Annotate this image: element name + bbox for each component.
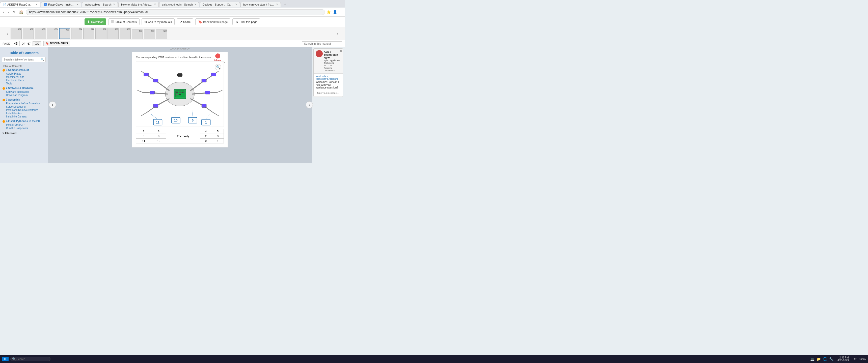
thumbnail-46[interactable]: 46 xyxy=(71,28,82,39)
toc-search-input[interactable] xyxy=(2,58,39,62)
home-button[interactable]: 🏠 xyxy=(18,9,24,14)
section-4-dot xyxy=(2,120,5,123)
toc-sub-arm[interactable]: Install the Arm xyxy=(0,112,48,115)
svg-rect-7 xyxy=(179,94,181,95)
tab-favicon-inst: 🔧 xyxy=(44,3,47,6)
cell-2: 2 xyxy=(200,134,212,139)
adeept-logo-icon xyxy=(215,54,220,59)
chat-input[interactable] xyxy=(316,91,343,95)
bookmark-button[interactable]: 🔖 Bookmark this page xyxy=(195,19,230,25)
toc-afterword[interactable]: 5 Afterword xyxy=(0,131,48,135)
thumb-next-button[interactable]: › xyxy=(335,31,340,36)
tab-stop[interactable]: how can you stop it from closin... ✕ xyxy=(241,2,281,7)
toc-sub-preparations[interactable]: Preparations before Assembly xyxy=(0,102,48,105)
tab-title-calix: calix cloud login - Search xyxy=(162,3,193,6)
tab-devices[interactable]: Devices - Support - Calix Cloud ✕ xyxy=(199,2,240,7)
tab-search[interactable]: Instructables - Search ✕ xyxy=(82,2,118,7)
thumb-prev-button[interactable]: ‹ xyxy=(5,31,9,36)
toc-section-2[interactable]: 2 Software & Hardware xyxy=(0,86,48,90)
page-next-button[interactable]: › xyxy=(306,101,313,108)
bookmark-label: Bookmark this page xyxy=(203,21,227,24)
page-number-input[interactable] xyxy=(12,41,20,46)
toc-sub-python[interactable]: Install Python3.7 xyxy=(0,123,48,127)
tab-title-howto: How to Make the Adeept Rasp... xyxy=(121,3,152,6)
toc-sub-tools[interactable]: Tools xyxy=(0,82,48,85)
tab-title-search: Instructables - Search xyxy=(85,3,112,6)
search-manual-input[interactable] xyxy=(302,41,342,46)
thumbnail-45[interactable]: 45 xyxy=(59,28,70,39)
toc-sub-servo[interactable]: Servo Debugging xyxy=(0,105,48,108)
svg-rect-20 xyxy=(153,104,158,107)
cell-1: 1 xyxy=(212,139,223,143)
tab-close-howto[interactable]: ✕ xyxy=(154,3,156,6)
bookmarks-button[interactable]: 🔖 BOOKMARKS xyxy=(43,41,70,46)
print-button[interactable]: 🖨 Print this page xyxy=(232,19,260,25)
tab-instructables[interactable]: 🔧 Rasp Claws - Instructables ✕ xyxy=(41,1,81,7)
chat-user-name: Pearl Wilson, Technician's Assistant xyxy=(316,75,341,80)
thumbnail-48[interactable]: 48 xyxy=(95,28,106,39)
toc-sub-machinery[interactable]: Machinery Parts xyxy=(0,75,48,79)
thumbnail-49[interactable]: 49 xyxy=(107,28,119,39)
toc-sub-electronic[interactable]: Electronic Parts xyxy=(0,79,48,82)
toc-sub-download[interactable]: Download Program xyxy=(0,94,48,97)
tab-adeept[interactable]: 📄 ADEEPT RaspClaws User Manu... ✕ xyxy=(0,1,40,7)
tab-close-inst[interactable]: ✕ xyxy=(76,3,79,6)
add-manuals-button[interactable]: ⊕ Add to my manuals xyxy=(142,19,175,25)
svg-rect-4 xyxy=(179,92,181,93)
chat-close-button[interactable]: ✕ xyxy=(340,50,342,53)
tab-close-stop[interactable]: ✕ xyxy=(276,3,278,6)
url-input[interactable] xyxy=(26,9,325,15)
thumbnail-47[interactable]: 47 xyxy=(83,28,94,39)
new-tab-button[interactable]: + xyxy=(282,2,288,6)
zoom-button[interactable]: 🔍 xyxy=(215,64,221,70)
download-icon: ⬇ xyxy=(87,20,90,24)
toc-section-4[interactable]: 4 Install Python3.7 in the PC xyxy=(0,119,48,123)
thumbnail-40[interactable]: 40 xyxy=(156,30,167,39)
thumbnail-39[interactable]: 39 xyxy=(144,30,155,39)
back-button[interactable]: ‹ xyxy=(2,9,5,14)
section-3-dot xyxy=(2,99,5,101)
thumbnail-41[interactable]: 41 xyxy=(10,28,22,39)
table-row: 7 6 The body 4 5 xyxy=(136,129,224,134)
cell-5: 5 xyxy=(212,129,223,134)
go-button[interactable]: GO xyxy=(33,41,41,46)
ad-label: ADVERTISEMENT xyxy=(170,48,189,51)
refresh-button[interactable]: ↻ xyxy=(11,9,17,14)
tab-title-devices: Devices - Support - Calix Cloud xyxy=(203,3,234,6)
toc-sub-acrylic[interactable]: Acrylic Plates xyxy=(0,72,48,75)
tab-close-search[interactable]: ✕ xyxy=(113,3,115,6)
forward-button[interactable]: › xyxy=(7,9,10,14)
chat-header-text: Ask a Technician Now Tyler, Appliance Te… xyxy=(324,50,341,72)
thumbnail-43[interactable]: 43 xyxy=(35,28,46,39)
tab-calix-login[interactable]: calix cloud login - Search ✕ xyxy=(159,2,199,7)
toc-sub-software[interactable]: Software Installation xyxy=(0,90,48,94)
menu-button[interactable]: ⋮ xyxy=(339,10,343,14)
thumbnail-44[interactable]: 44 xyxy=(47,28,58,39)
thumbnail-42[interactable]: 42 xyxy=(23,28,34,39)
section-2-dot xyxy=(2,87,5,90)
chat-satisfied: 111,739 Satisfied Customers xyxy=(324,64,341,72)
toc-section-3[interactable]: 3 Assembly xyxy=(0,98,48,102)
extensions-button[interactable]: ⭐ xyxy=(327,10,331,14)
thumbnail-38[interactable]: 38 xyxy=(132,30,143,39)
tab-close-devices[interactable]: ✕ xyxy=(235,3,237,6)
toc-label: Table of Contents xyxy=(115,21,137,24)
thumbnail-50[interactable]: 50 xyxy=(120,28,131,39)
toc-sub-run[interactable]: Run the Raspclaws xyxy=(0,127,48,130)
toc-sub-batteries[interactable]: Install and Remove Batteries xyxy=(0,108,48,112)
toc-section-1[interactable]: 1 Components List xyxy=(0,68,48,72)
profile-button[interactable]: 👤 xyxy=(333,10,337,14)
tab-close-calix[interactable]: ✕ xyxy=(194,3,196,6)
download-button[interactable]: ⬇ Download xyxy=(85,19,106,25)
thumbnails-bar: ‹ 41 42 43 44 45 46 47 48 49 50 38 39 40… xyxy=(0,27,345,40)
tab-close-adeept[interactable]: ✕ xyxy=(36,3,38,6)
toc-sub-camera[interactable]: Install the Camera xyxy=(0,115,48,118)
toc-button[interactable]: ☰ Table of Contents xyxy=(108,19,140,25)
cell-6: 6 xyxy=(151,129,166,134)
share-button[interactable]: ↗ Share xyxy=(177,19,193,25)
page-container: The corresponding PWM numbers of the dri… xyxy=(132,52,228,147)
print-label: Print this page xyxy=(240,21,257,24)
tab-how-to[interactable]: How to Make the Adeept Rasp... ✕ xyxy=(118,2,159,7)
page-prev-button[interactable]: ‹ xyxy=(49,101,56,108)
svg-line-47 xyxy=(206,113,210,119)
